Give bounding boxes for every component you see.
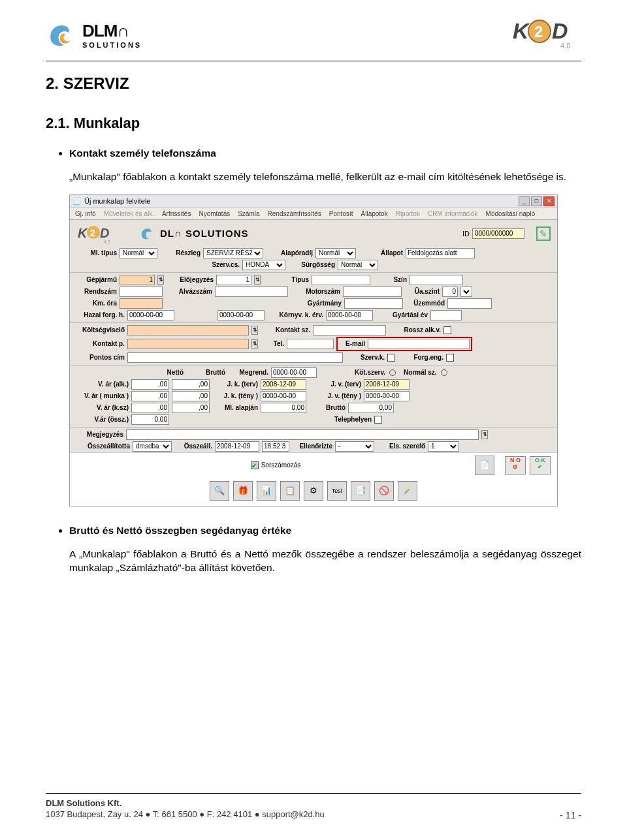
menu-item[interactable]: Gj. infó — [75, 210, 96, 217]
toolbtn-test-button[interactable]: Test — [327, 481, 347, 501]
inp-koltseg[interactable] — [127, 325, 249, 335]
maximize-button[interactable]: □ — [531, 196, 542, 206]
rad-normalsz[interactable] — [441, 369, 447, 376]
inp-jvterv[interactable] — [364, 379, 410, 390]
toolbtn-gear-icon[interactable]: ⚙ — [304, 481, 323, 501]
menu-item[interactable]: Pontosít — [329, 210, 353, 217]
menu-item[interactable]: Árfrissítés — [162, 210, 191, 217]
inp-jkterv[interactable] — [261, 379, 306, 390]
inp-munka-b[interactable] — [172, 391, 210, 401]
inp-gyartmany[interactable] — [344, 298, 403, 309]
menu-item[interactable]: Riportok — [396, 210, 420, 217]
inp-kontaktsz[interactable] — [313, 325, 386, 335]
inp-pontos[interactable] — [127, 352, 343, 363]
inp-szin[interactable] — [410, 275, 463, 285]
minimize-button[interactable]: _ — [519, 196, 530, 206]
chk-rossz[interactable] — [443, 326, 451, 334]
lbl-ml-tipus: Ml. típus — [74, 249, 117, 257]
stepper-icon[interactable]: ⇅ — [481, 430, 488, 439]
chk-szervk[interactable] — [387, 354, 395, 362]
menu-item[interactable]: CRM információk — [428, 210, 478, 217]
sel-surgosseg[interactable]: Normál — [338, 260, 378, 270]
sel-reszleg[interactable]: SZERVIZ RÉSZ — [203, 248, 263, 258]
menu-item[interactable]: Módosítási napló — [486, 210, 536, 217]
inp-tipus[interactable] — [312, 275, 370, 285]
inp-uzemmod[interactable] — [447, 298, 492, 309]
sel-ml-tipus[interactable]: Normál — [120, 248, 157, 258]
sel-ellen[interactable]: - — [335, 441, 374, 452]
id-value[interactable] — [472, 228, 524, 239]
inp-ksz-n[interactable] — [131, 403, 169, 413]
inp-motorszam[interactable] — [343, 287, 402, 297]
inp-megj[interactable] — [126, 429, 479, 440]
toolbtn-deny-icon[interactable]: 🚫 — [374, 481, 394, 501]
inp-kmora[interactable] — [120, 298, 163, 309]
dlm-swirl-icon — [46, 22, 78, 48]
no-button[interactable]: N O⊘ — [505, 456, 526, 474]
toolbtn-gift-icon[interactable]: 🎁 — [233, 481, 253, 501]
inp-elo[interactable] — [216, 275, 251, 285]
inp-megrend[interactable] — [271, 367, 317, 378]
toolbtn-doc-icon[interactable]: 📄 — [475, 456, 494, 475]
sel-szervcs[interactable]: HONDA — [242, 260, 285, 270]
chk-telep[interactable] — [374, 416, 382, 424]
inp-gep[interactable] — [120, 275, 155, 285]
sel-alap[interactable]: Normál — [315, 248, 356, 258]
inp-tel[interactable] — [287, 339, 334, 349]
menu-item[interactable]: Rendszámfrissítés — [268, 210, 321, 217]
stepper-icon[interactable]: ⇅ — [251, 339, 258, 349]
inp-allapot[interactable] — [406, 248, 475, 258]
toolbtn-search-icon[interactable]: 🔍 — [210, 481, 229, 501]
stepper-icon[interactable]: ⇅ — [254, 275, 261, 285]
heading-2: 2.1. Munkalap — [46, 115, 581, 132]
page-footer: DLM Solutions Kft. 1037 Budapest, Zay u.… — [0, 793, 627, 820]
toolbtn-report-icon[interactable]: 📋 — [280, 481, 300, 501]
menu-item[interactable]: Nyomtatás — [199, 210, 230, 217]
lbl-rendszam: Rendszám — [74, 288, 117, 295]
footer-company: DLM Solutions Kft. — [46, 798, 325, 809]
inp-hazai2[interactable] — [217, 310, 265, 320]
inp-hazai1[interactable] — [127, 310, 174, 320]
chk-sorszam[interactable]: ✓ — [251, 461, 259, 469]
inp-alk-b[interactable] — [172, 379, 210, 390]
inp-alk-n[interactable] — [131, 379, 169, 390]
sel-osszeall[interactable]: dmsdba — [133, 441, 172, 452]
inp-munka-n[interactable] — [131, 391, 169, 401]
inp-brutto2[interactable] — [348, 403, 394, 413]
inp-jvteny[interactable] — [364, 391, 410, 401]
menu-item[interactable]: Számla — [238, 210, 259, 217]
toolbtn-chart-icon[interactable]: 📊 — [257, 481, 276, 501]
inp-rendszam[interactable] — [120, 287, 163, 297]
chk-forgeng[interactable] — [446, 354, 454, 362]
inp-ksz-b[interactable] — [172, 403, 210, 413]
inp-mlalap[interactable] — [261, 403, 306, 413]
lbl-gepjarmu: Gépjármű — [74, 276, 117, 283]
rad-kotszerv[interactable] — [389, 369, 396, 376]
apply-icon[interactable]: ✎ — [536, 226, 551, 241]
inp-kornyv[interactable] — [326, 310, 373, 320]
menu-item[interactable]: Műveletek és alk. — [104, 210, 154, 217]
inp-email[interactable] — [368, 339, 470, 349]
lbl-alvazszam: Alvázszám — [165, 288, 212, 295]
stepper-icon[interactable]: ⇅ — [251, 326, 258, 335]
toolbtn-copy-icon[interactable]: 📑 — [351, 481, 370, 501]
lbl-telephelyen: Telephelyen — [318, 416, 372, 423]
k2d-small-icon: K 2 D 4.0 — [76, 223, 113, 244]
toolbtn-wand-icon[interactable]: 🪄 — [398, 481, 417, 501]
inp-ossz-n[interactable] — [131, 414, 169, 425]
lbl-brutto2: Bruttó — [309, 404, 346, 411]
menu-item[interactable]: Állapotok — [361, 210, 388, 217]
sel-uaszint[interactable] — [460, 287, 472, 297]
inp-otime[interactable] — [262, 441, 289, 452]
inp-uaszint[interactable] — [442, 287, 458, 297]
ok-button[interactable]: O K✔ — [530, 456, 551, 474]
sel-elsszer[interactable]: 1 — [428, 441, 459, 452]
inp-jkteny[interactable] — [261, 391, 306, 401]
inp-odate[interactable] — [215, 441, 259, 452]
inp-kontaktp[interactable] — [127, 339, 249, 349]
close-button[interactable]: ✕ — [543, 196, 555, 206]
stepper-icon[interactable]: ⇅ — [157, 275, 164, 285]
lbl-szervcs: Szerv.cs. — [199, 261, 240, 268]
inp-gyartasi[interactable] — [430, 310, 462, 320]
inp-alvazszam[interactable] — [215, 287, 288, 297]
